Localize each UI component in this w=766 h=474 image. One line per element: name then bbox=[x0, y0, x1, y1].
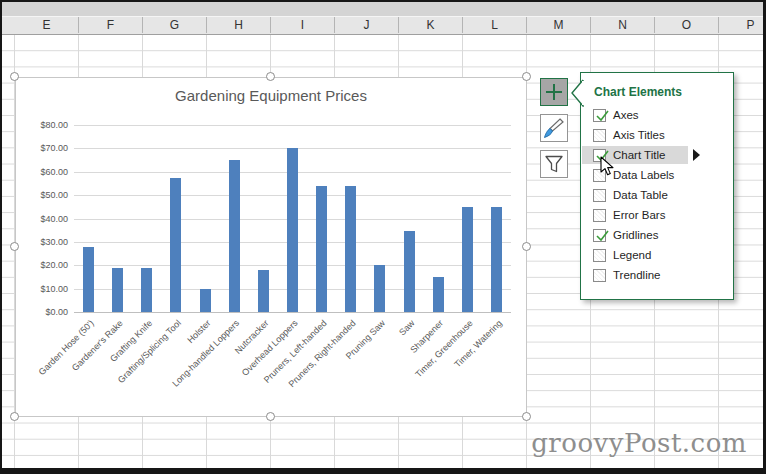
chart-selection-handle[interactable] bbox=[522, 242, 531, 251]
checkbox-unchecked[interactable] bbox=[593, 129, 606, 142]
ribbon-bottom-strip bbox=[0, 2, 766, 17]
panel-item-error-bars[interactable]: Error Bars bbox=[581, 205, 733, 225]
bar-5[interactable] bbox=[200, 289, 211, 312]
panel-item-label: Legend bbox=[613, 249, 651, 261]
y-axis-tick-label: $10.00 bbox=[24, 285, 68, 294]
bar-12[interactable] bbox=[404, 231, 415, 312]
column-header-F[interactable]: F bbox=[79, 17, 143, 33]
y-axis-tick-label: $60.00 bbox=[24, 168, 68, 177]
image-border-left bbox=[0, 0, 2, 474]
checkbox-checked[interactable] bbox=[593, 229, 606, 242]
chart-selection-handle[interactable] bbox=[10, 242, 19, 251]
bar-14[interactable] bbox=[462, 207, 473, 312]
chart-object[interactable]: Gardening Equipment Prices $80.00$70.00$… bbox=[15, 77, 527, 417]
bar-13[interactable] bbox=[433, 277, 444, 312]
column-header-P[interactable]: P bbox=[719, 17, 766, 33]
panel-item-axis-titles[interactable]: Axis Titles bbox=[581, 125, 733, 145]
chart-selection-handle[interactable] bbox=[10, 72, 19, 81]
column-header-K[interactable]: K bbox=[399, 17, 463, 33]
panel-item-legend[interactable]: Legend bbox=[581, 245, 733, 265]
x-axis-category-label: Saw bbox=[397, 318, 416, 337]
column-header-L[interactable]: L bbox=[463, 17, 527, 33]
panel-item-label: Error Bars bbox=[613, 209, 665, 221]
panel-item-label: Data Table bbox=[613, 189, 668, 201]
y-axis-tick-label: $70.00 bbox=[24, 144, 68, 153]
chart-title[interactable]: Gardening Equipment Prices bbox=[16, 87, 526, 104]
chart-filters-button[interactable] bbox=[540, 150, 568, 178]
column-header-J[interactable]: J bbox=[335, 17, 399, 33]
chart-selection-handle[interactable] bbox=[10, 412, 19, 421]
panel-item-label: Axis Titles bbox=[613, 129, 665, 141]
x-axis-category-label: Gardener's Rake bbox=[70, 318, 125, 373]
bar-15[interactable] bbox=[491, 207, 502, 312]
checkbox-unchecked[interactable] bbox=[593, 189, 606, 202]
chart-selection-handle[interactable] bbox=[266, 72, 275, 81]
bar-6[interactable] bbox=[229, 160, 240, 312]
column-header-N[interactable]: N bbox=[591, 17, 655, 33]
column-header-row: EFGHIJKLMNOP bbox=[0, 17, 766, 35]
x-axis-line bbox=[74, 312, 511, 313]
bar-7[interactable] bbox=[258, 270, 269, 312]
chart-selection-handle[interactable] bbox=[522, 72, 531, 81]
bar-2[interactable] bbox=[112, 268, 123, 312]
panel-item-trendline[interactable]: Trendline bbox=[581, 265, 733, 285]
column-header-G[interactable]: G bbox=[143, 17, 207, 33]
bar-9[interactable] bbox=[316, 186, 327, 312]
chart-elements-button[interactable] bbox=[540, 78, 568, 106]
submenu-arrow-icon[interactable] bbox=[693, 149, 700, 161]
image-border-bottom bbox=[0, 468, 766, 474]
mouse-cursor-icon bbox=[600, 156, 614, 177]
panel-item-label: Axes bbox=[613, 109, 639, 121]
column-header-M[interactable]: M bbox=[527, 17, 591, 33]
panel-item-label: Gridlines bbox=[613, 229, 658, 241]
bar-1[interactable] bbox=[83, 247, 94, 312]
bar-11[interactable] bbox=[374, 265, 385, 312]
checkbox-checked[interactable] bbox=[593, 109, 606, 122]
funnel-icon bbox=[543, 153, 565, 175]
chart-selection-handle[interactable] bbox=[266, 412, 275, 421]
y-axis-tick-label: $50.00 bbox=[24, 191, 68, 200]
y-axis-tick-label: $80.00 bbox=[24, 121, 68, 130]
panel-item-label: Trendline bbox=[613, 269, 661, 281]
chart-selection-handle[interactable] bbox=[522, 412, 531, 421]
checkbox-unchecked[interactable] bbox=[593, 249, 606, 262]
watermark: groovyPost.com bbox=[531, 428, 747, 458]
excel-window: EFGHIJKLMNOP groovyPost.com Gardening Eq… bbox=[0, 0, 766, 474]
column-header-O[interactable]: O bbox=[655, 17, 719, 33]
panel-item-label: Chart Title bbox=[613, 149, 665, 161]
plus-icon bbox=[545, 83, 563, 101]
image-border-top bbox=[0, 0, 766, 2]
bar-4[interactable] bbox=[170, 178, 181, 312]
panel-notch bbox=[570, 79, 584, 107]
panel-item-axes[interactable]: Axes bbox=[581, 105, 733, 125]
column-header-H[interactable]: H bbox=[207, 17, 271, 33]
panel-item-label: Data Labels bbox=[613, 169, 674, 181]
x-axis-category-label: Holster bbox=[185, 318, 212, 345]
panel-item-data-table[interactable]: Data Table bbox=[581, 185, 733, 205]
checkbox-unchecked[interactable] bbox=[593, 209, 606, 222]
brush-icon bbox=[543, 117, 565, 139]
panel-title: Chart Elements bbox=[594, 85, 733, 99]
chart-gridline bbox=[74, 125, 511, 126]
bar-10[interactable] bbox=[345, 186, 356, 312]
y-axis-tick-label: $30.00 bbox=[24, 238, 68, 247]
chart-elements-panel: Chart Elements AxesAxis TitlesChart Titl… bbox=[580, 72, 734, 300]
column-header-E[interactable]: E bbox=[15, 17, 79, 33]
chart-styles-button[interactable] bbox=[540, 114, 568, 142]
y-axis-tick-label: $20.00 bbox=[24, 261, 68, 270]
y-axis-tick-label: $40.00 bbox=[24, 215, 68, 224]
bar-3[interactable] bbox=[141, 268, 152, 312]
column-header-I[interactable]: I bbox=[271, 17, 335, 33]
bar-8[interactable] bbox=[287, 148, 298, 312]
y-axis-tick-label: $0.00 bbox=[24, 308, 68, 317]
checkbox-unchecked[interactable] bbox=[593, 269, 606, 282]
panel-item-gridlines[interactable]: Gridlines bbox=[581, 225, 733, 245]
